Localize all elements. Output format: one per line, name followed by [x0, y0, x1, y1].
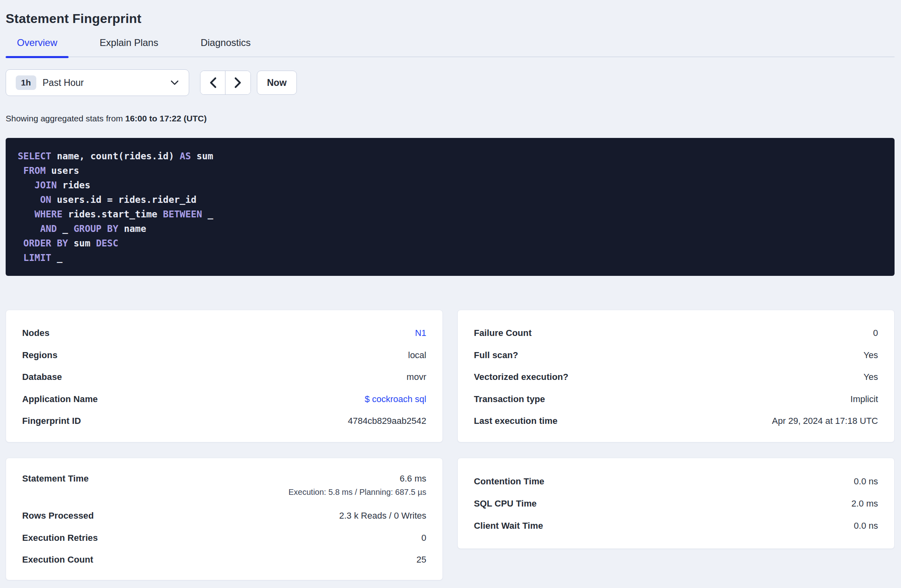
stats-summary-range: 16:00 to 17:22 (UTC): [125, 114, 207, 123]
time-range-badge: 1h: [16, 75, 36, 90]
row-label: Fingerprint ID: [22, 416, 81, 426]
detail-row: Failure Count 0: [474, 322, 878, 344]
row-value: Implicit: [851, 394, 878, 405]
stats-summary-prefix: Showing aggregated stats from: [6, 114, 125, 123]
detail-row: Statement Time 6.6 ms Execution: 5.8 ms …: [22, 470, 426, 505]
time-range-label: Past Hour: [43, 77, 170, 88]
sql-token: [18, 238, 23, 248]
detail-row: Contention Time 0.0 ns: [474, 470, 878, 492]
sql-token: WHERE: [35, 209, 63, 219]
sql-line: ORDER BY sum DESC: [18, 236, 882, 250]
now-button[interactable]: Now: [257, 71, 297, 95]
sql-token: [51, 238, 57, 248]
sql-line: LIMIT _: [18, 250, 882, 265]
detail-row: Nodes N1: [22, 322, 426, 344]
tab-explain-plans[interactable]: Explain Plans: [88, 37, 169, 56]
chevron-right-icon: [234, 77, 242, 88]
sql-token: _: [57, 223, 74, 234]
sql-token: _: [51, 252, 63, 263]
sql-token: users.id = rides.rider_id: [51, 194, 196, 205]
prev-time-button[interactable]: [200, 71, 225, 94]
sql-token: ORDER: [23, 238, 51, 248]
sql-token: AS: [180, 151, 191, 161]
sql-token: [18, 194, 40, 205]
nodes-link[interactable]: N1: [415, 328, 426, 338]
chevron-down-icon: [170, 80, 179, 85]
row-label: Last execution time: [474, 416, 557, 426]
detail-row: Execution Retries 0: [22, 527, 426, 549]
row-label: Failure Count: [474, 328, 532, 338]
row-label: Execution Count: [22, 555, 93, 565]
row-value: Apr 29, 2024 at 17:18 UTC: [772, 416, 878, 426]
time-controls: 1h Past Hour Now: [6, 69, 895, 96]
sql-line: ON users.id = rides.rider_id: [18, 192, 882, 207]
sql-line: WHERE rides.start_time BETWEEN _: [18, 207, 882, 221]
sql-line: JOIN rides: [18, 178, 882, 192]
detail-row: Client Wait Time 0.0 ns: [474, 515, 878, 537]
card-execution-attributes: Failure Count 0 Full scan? Yes Vectorize…: [457, 310, 895, 442]
row-label: Nodes: [22, 328, 50, 338]
row-value: local: [408, 350, 426, 361]
row-value: Yes: [863, 350, 878, 361]
row-value: 0.0 ns: [854, 476, 878, 487]
row-label: Database: [22, 372, 62, 382]
sql-token: [18, 252, 23, 263]
sql-token: sum: [191, 151, 213, 161]
tab-explain-plans-label: Explain Plans: [100, 37, 158, 48]
detail-row: Execution Count 25: [22, 549, 426, 571]
sql-token: JOIN: [35, 180, 57, 190]
sql-line: AND _ GROUP BY name: [18, 221, 882, 236]
detail-row: Regions local: [22, 344, 426, 367]
row-value: 6.6 ms: [400, 473, 426, 484]
sql-line: SELECT name, count(rides.id) AS sum: [18, 149, 882, 163]
row-label: Statement Time: [22, 473, 89, 484]
sql-statement: SELECT name, count(rides.id) AS sum FROM…: [18, 149, 882, 265]
row-label: Regions: [22, 350, 58, 361]
sql-token: AND: [40, 223, 57, 234]
row-value: 2.0 ms: [851, 498, 878, 509]
row-value: 0: [873, 328, 878, 338]
row-value: 0.0 ns: [854, 521, 878, 531]
next-time-button[interactable]: [225, 71, 250, 94]
row-label: Transaction type: [474, 394, 545, 405]
row-label: Vectorized execution?: [474, 372, 568, 382]
tab-diagnostics-label: Diagnostics: [200, 37, 250, 48]
application-name-link[interactable]: $ cockroach sql: [365, 394, 426, 405]
sql-token: [18, 223, 40, 234]
page-title: Statement Fingerprint: [6, 10, 895, 27]
sql-statement-box: SELECT name, count(rides.id) AS sum FROM…: [6, 138, 895, 276]
detail-row: Full scan? Yes: [474, 344, 878, 367]
row-label: Execution Retries: [22, 533, 98, 543]
detail-row: Rows Processed 2.3 k Reads / 0 Writes: [22, 505, 426, 527]
detail-row: SQL CPU Time 2.0 ms: [474, 492, 878, 515]
sql-token: BETWEEN: [163, 209, 202, 219]
row-label: Full scan?: [474, 350, 518, 361]
time-range-picker[interactable]: 1h Past Hour: [6, 69, 189, 96]
row-subvalue: Execution: 5.8 ms / Planning: 687.5 µs: [288, 488, 426, 497]
card-statement-timing: Statement Time 6.6 ms Execution: 5.8 ms …: [6, 458, 443, 580]
sql-token: name, count(rides.id): [51, 151, 180, 161]
row-value: Yes: [863, 372, 878, 382]
sql-token: [18, 180, 35, 190]
sql-token: [18, 165, 23, 176]
sql-token: BY: [107, 223, 119, 234]
sql-token: ON: [40, 194, 51, 205]
detail-row: Application Name $ cockroach sql: [22, 388, 426, 411]
card-statement-details: Nodes N1 Regions local Database movr App…: [6, 310, 443, 442]
row-label: Application Name: [22, 394, 98, 405]
tab-diagnostics[interactable]: Diagnostics: [189, 37, 262, 56]
row-value: movr: [407, 372, 426, 382]
sql-token: rides: [57, 180, 90, 190]
tab-overview[interactable]: Overview: [6, 37, 69, 56]
sql-token: GROUP: [73, 223, 101, 234]
row-value: 0: [421, 533, 426, 543]
row-label: Rows Processed: [22, 511, 94, 521]
row-value-stack: 6.6 ms Execution: 5.8 ms / Planning: 687…: [288, 473, 426, 497]
detail-row: Last execution time Apr 29, 2024 at 17:1…: [474, 410, 878, 432]
sql-token: rides.start_time: [63, 209, 163, 219]
statement-fingerprint-page: Statement Fingerprint Overview Explain P…: [0, 10, 901, 580]
chevron-left-icon: [209, 77, 217, 88]
row-value: 4784cb829aab2542: [348, 416, 426, 426]
sql-token: [102, 223, 107, 234]
detail-row: Transaction type Implicit: [474, 388, 878, 411]
